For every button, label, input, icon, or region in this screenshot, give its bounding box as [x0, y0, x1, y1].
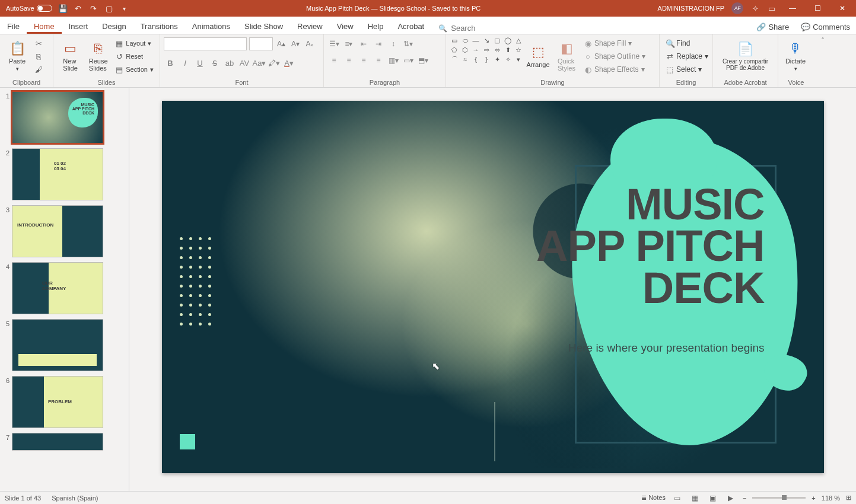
thumb-5[interactable]	[12, 319, 103, 371]
section-button[interactable]: ▤Section ▾	[113, 63, 156, 75]
thumb-6[interactable]: PROBLEM	[12, 376, 103, 428]
slide-counter[interactable]: Slide 1 of 43	[5, 495, 41, 502]
current-slide[interactable]: MUSIC APP PITCH DECK Here is where your …	[162, 101, 824, 473]
slideshow-view-button[interactable]: ▶	[725, 493, 737, 503]
minimize-button[interactable]: —	[784, 0, 801, 17]
thumb-4[interactable]: OURCOMPANY	[12, 262, 103, 314]
thumb-2[interactable]: 01 0203 04	[12, 148, 103, 200]
search-input[interactable]	[451, 24, 498, 33]
align-left-button[interactable]: ≡	[327, 54, 341, 67]
zoom-slider[interactable]	[752, 497, 806, 499]
columns-button[interactable]: ▥▾	[387, 54, 400, 67]
zoom-level[interactable]: 118 %	[822, 495, 840, 502]
text-direction-button[interactable]: ⇅▾	[402, 37, 415, 50]
user-avatar[interactable]: AF	[731, 2, 743, 14]
tab-home[interactable]: Home	[27, 18, 62, 34]
notes-button[interactable]: ≣ Notes	[641, 494, 666, 502]
quick-styles-button[interactable]: ◧Quick Styles	[553, 36, 580, 76]
copy-button[interactable]: ⎘	[32, 50, 45, 62]
layout-button[interactable]: ▦Layout ▾	[113, 37, 156, 49]
adobe-pdf-button[interactable]: 📄Crear y compartir PDF de Adobe	[717, 36, 774, 76]
tell-me-search[interactable]: 🔍	[435, 23, 502, 34]
shape-effects-button[interactable]: ◐Shape Effects ▾	[581, 63, 648, 75]
tab-transitions[interactable]: Transitions	[133, 18, 185, 34]
canvas-scrollbar[interactable]	[847, 88, 856, 491]
coming-soon-icon[interactable]: ✧	[750, 4, 760, 13]
thumb-1[interactable]: MUSICAPP PITCHDECK	[12, 91, 103, 143]
normal-view-button[interactable]: ▭	[672, 493, 683, 503]
collapse-ribbon-icon[interactable]: ˄	[821, 37, 825, 45]
font-size-combo[interactable]	[249, 37, 273, 50]
shape-outline-button[interactable]: ○Shape Outline ▾	[581, 50, 648, 62]
align-center-button[interactable]: ≡	[342, 54, 355, 67]
cut-button[interactable]: ✂	[32, 37, 45, 49]
line-spacing-button[interactable]: ↕	[387, 37, 400, 50]
new-slide-button[interactable]: ▭New Slide	[57, 36, 84, 76]
bullets-button[interactable]: ☰▾	[327, 37, 341, 50]
font-color-button[interactable]: A▾	[282, 56, 295, 69]
shape-fill-button[interactable]: ◉Shape Fill ▾	[581, 37, 648, 49]
smartart-button[interactable]: ⬒▾	[416, 54, 429, 67]
tab-view[interactable]: View	[330, 18, 361, 34]
underline-button[interactable]: U	[193, 56, 206, 69]
numbering-button[interactable]: ≡▾	[342, 37, 355, 50]
tab-acrobat[interactable]: Acrobat	[390, 18, 431, 34]
fit-to-window-button[interactable]: ⊞	[846, 494, 851, 502]
autosave-switch[interactable]	[37, 5, 52, 12]
dictate-button[interactable]: 🎙Dictate▾	[782, 36, 809, 76]
align-text-button[interactable]: ▭▾	[402, 54, 415, 67]
slide-subtitle[interactable]: Here is where your presentation begins	[568, 342, 765, 355]
undo-icon[interactable]: ↶	[74, 4, 83, 13]
language-status[interactable]: Spanish (Spain)	[52, 495, 98, 502]
paste-button[interactable]: 📋Paste▾	[4, 36, 31, 76]
tab-design[interactable]: Design	[95, 18, 133, 34]
tab-slideshow[interactable]: Slide Show	[237, 18, 290, 34]
align-right-button[interactable]: ≡	[357, 54, 370, 67]
bold-button[interactable]: B	[164, 56, 177, 69]
highlight-button[interactable]: 🖍▾	[268, 56, 281, 69]
select-button[interactable]: ⬚Select ▾	[663, 63, 711, 75]
slide-canvas[interactable]: MUSIC APP PITCH DECK Here is where your …	[129, 88, 856, 491]
increase-indent-button[interactable]: ⇥	[372, 37, 385, 50]
ribbon-options-icon[interactable]: ▭	[767, 4, 777, 13]
slide-thumbnails[interactable]: 1 MUSICAPP PITCHDECK 2 01 0203 04 3 INTR…	[0, 88, 129, 491]
spacing-button[interactable]: AV	[238, 56, 251, 69]
redo-icon[interactable]: ↷	[89, 4, 98, 13]
maximize-button[interactable]: ☐	[809, 0, 826, 17]
clear-format-button[interactable]: Aₓ	[304, 38, 316, 50]
grow-font-button[interactable]: A▴	[275, 38, 287, 50]
reuse-slides-button[interactable]: ⎘Reuse Slides	[85, 36, 112, 76]
present-from-start-icon[interactable]: ▢	[104, 4, 114, 13]
share-button[interactable]: 🔗Share	[750, 20, 795, 34]
strike-button[interactable]: S̶	[208, 56, 221, 69]
italic-button[interactable]: I	[179, 56, 192, 69]
tab-review[interactable]: Review	[290, 18, 330, 34]
thumb-3[interactable]: INTRODUCTION	[12, 205, 103, 257]
replace-button[interactable]: ⇄Replace ▾	[663, 50, 711, 62]
tab-insert[interactable]: Insert	[62, 18, 96, 34]
zoom-in-button[interactable]: +	[812, 495, 815, 502]
find-button[interactable]: 🔍Find	[663, 37, 711, 49]
justify-button[interactable]: ≡	[372, 54, 385, 67]
shadow-button[interactable]: ab	[223, 56, 236, 69]
sorter-view-button[interactable]: ▦	[689, 493, 701, 503]
close-button[interactable]: ✕	[833, 0, 851, 17]
tab-file[interactable]: File	[0, 18, 27, 34]
format-painter-button[interactable]: 🖌	[32, 63, 45, 75]
thumb-7[interactable]	[12, 433, 103, 451]
autosave-toggle[interactable]: AutoSave	[6, 5, 52, 12]
shapes-gallery[interactable]: ▭⬭—↘▢◯△ ⬠⬡→⇨⬄⬆☆ ⌒≈{}✦✧▾	[450, 36, 523, 63]
change-case-button[interactable]: Aa▾	[253, 56, 266, 69]
comments-button[interactable]: 💬Comments	[795, 20, 856, 34]
reset-button[interactable]: ↺Reset	[113, 50, 156, 62]
qat-more-icon[interactable]: ▾	[120, 4, 129, 13]
reading-view-button[interactable]: ▣	[707, 493, 719, 503]
tab-help[interactable]: Help	[361, 18, 391, 34]
arrange-button[interactable]: ⬚Arrange	[524, 36, 552, 76]
font-name-combo[interactable]	[164, 37, 247, 50]
slide-title[interactable]: MUSIC APP PITCH DECK	[536, 184, 764, 309]
decrease-indent-button[interactable]: ⇤	[357, 37, 370, 50]
shrink-font-button[interactable]: A▾	[289, 38, 301, 50]
zoom-out-button[interactable]: −	[743, 495, 746, 502]
tab-animations[interactable]: Animations	[185, 18, 237, 34]
